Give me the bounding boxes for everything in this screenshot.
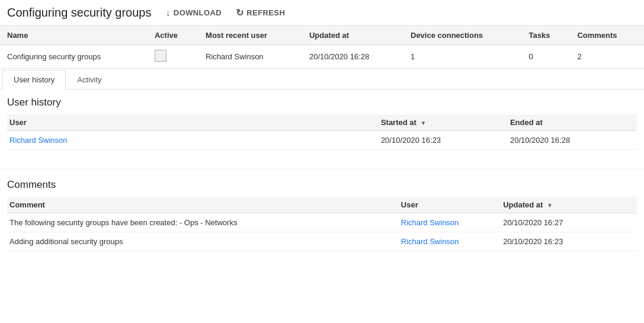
col-most-recent-user: Most recent user (198, 26, 302, 45)
user-history-table: User Started at ▼ Ended at Richard Swins… (7, 114, 637, 150)
row-device-connections: 1 (403, 45, 522, 69)
col-comments: Comments (570, 26, 644, 45)
comment-user-link[interactable]: Richard Swinson (401, 237, 459, 246)
comment-user-link[interactable]: Richard Swinson (401, 218, 459, 227)
col-tasks: Tasks (522, 26, 571, 45)
row-most-recent-user: Richard Swinson (198, 45, 302, 69)
table-row: Configuring security groups Richard Swin… (0, 45, 644, 69)
download-icon: ↓ (165, 8, 170, 18)
user-history-section: User history User Started at ▼ Ended at … (0, 89, 644, 155)
c-col-comment: Comment (7, 197, 399, 213)
comment-row: The following security groups have been … (7, 213, 637, 232)
col-name: Name (0, 26, 148, 45)
updated-at-sort-icon[interactable]: ▼ (547, 202, 553, 209)
col-active: Active (148, 26, 198, 45)
row-active[interactable] (148, 45, 198, 69)
comment-text: Adding additional security groups (7, 232, 399, 251)
col-updated-at: Updated at (302, 26, 403, 45)
comments-header: Comment User Updated at ▼ (7, 197, 637, 213)
comment-row: Adding additional security groups Richar… (7, 232, 637, 251)
comment-user[interactable]: Richard Swinson (399, 232, 501, 251)
tab-activity[interactable]: Activity (66, 70, 113, 89)
user-history-title: User history (7, 97, 637, 108)
download-button[interactable]: ↓ DOWNLOAD (165, 8, 222, 18)
started-at-sort-icon[interactable]: ▼ (420, 120, 426, 126)
uh-col-started: Started at ▼ (379, 114, 508, 131)
page-header: Configuring security groups ↓ DOWNLOAD ↻… (0, 0, 644, 26)
comments-title: Comments (7, 179, 637, 191)
top-table: Name Active Most recent user Updated at … (0, 26, 644, 69)
refresh-icon: ↻ (236, 7, 243, 18)
row-name: Configuring security groups (0, 45, 148, 69)
comments-section: Comments Comment User Updated at ▼ The f… (0, 169, 644, 256)
page-title: Configuring security groups (7, 6, 151, 20)
comment-updated: 20/10/2020 16:27 (501, 213, 637, 232)
user-link[interactable]: Richard Swinson (9, 136, 68, 145)
uh-ended: 20/10/2020 16:28 (508, 131, 637, 150)
uh-user[interactable]: Richard Swinson (7, 131, 379, 150)
refresh-button[interactable]: ↻ REFRESH (236, 7, 285, 18)
tabs-row: User history Activity (0, 70, 644, 89)
row-updated-at: 20/10/2020 16:28 (302, 45, 403, 69)
user-history-header: User Started at ▼ Ended at (7, 114, 637, 131)
c-col-updated: Updated at ▼ (501, 197, 637, 213)
tab-user-history[interactable]: User history (2, 70, 66, 89)
comment-user[interactable]: Richard Swinson (399, 213, 501, 232)
row-comments: 2 (570, 45, 644, 69)
active-checkbox[interactable] (155, 50, 166, 62)
row-tasks: 0 (522, 45, 571, 69)
uh-col-user: User (7, 114, 379, 131)
comment-updated: 20/10/2020 16:23 (501, 232, 637, 251)
col-device-connections: Device connections (403, 26, 522, 45)
c-col-user: User (399, 197, 501, 213)
spacer (0, 155, 644, 169)
uh-started: 20/10/2020 16:23 (379, 131, 508, 150)
top-table-header-row: Name Active Most recent user Updated at … (0, 26, 644, 45)
uh-col-ended: Ended at (508, 114, 637, 131)
comment-text: The following security groups have been … (7, 213, 399, 232)
comments-table: Comment User Updated at ▼ The following … (7, 197, 637, 251)
user-history-row: Richard Swinson 20/10/2020 16:23 20/10/2… (7, 131, 637, 150)
